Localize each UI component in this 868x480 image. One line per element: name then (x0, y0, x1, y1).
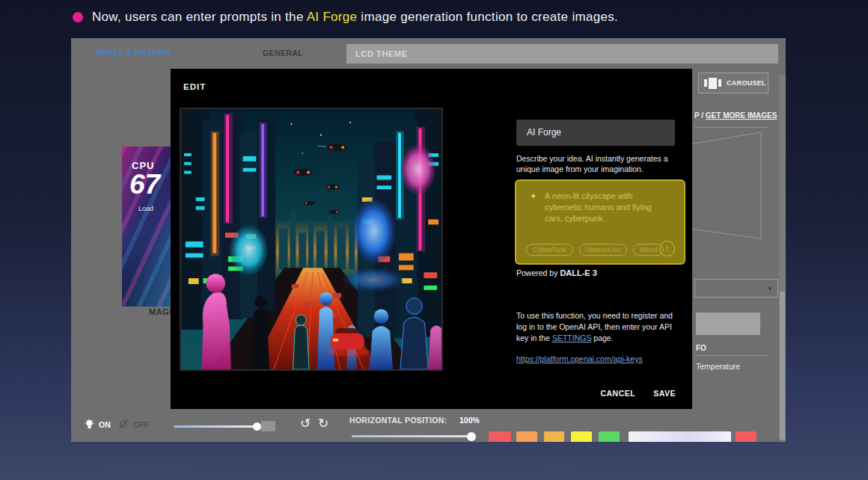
bullet-icon (73, 12, 83, 22)
load-label: Load (138, 205, 153, 212)
bulb-on-icon (85, 419, 94, 430)
color-swatch[interactable] (736, 431, 757, 442)
color-swatch[interactable] (571, 431, 592, 442)
scrollbar-thumb[interactable] (780, 292, 785, 440)
lcd-preview-card[interactable]: CPU 67 Load (122, 147, 171, 307)
lcd-on-toggle[interactable]: ON (85, 419, 111, 430)
info-label-fragment: FO (696, 344, 706, 352)
api-keys-link[interactable]: https://platform.openai.com/api-keys (516, 354, 643, 363)
slider-value-box[interactable] (261, 421, 275, 431)
color-swatch[interactable] (544, 431, 564, 442)
horizontal-position-slider[interactable] (352, 435, 472, 437)
scrollbar[interactable] (779, 75, 786, 442)
tag-cyberpunk[interactable]: CyberPunk (526, 244, 573, 256)
generate-button[interactable]: ↑ (659, 241, 675, 256)
settings-link[interactable]: SETTINGS (552, 333, 592, 342)
bulb-off-icon (118, 419, 129, 430)
engine-name: DALL-E 3 (560, 268, 597, 277)
right-panel-dropdown[interactable]: ▾ (694, 279, 778, 298)
callout-highlight: AI Forge (307, 10, 358, 24)
chevron-down-icon: ▾ (768, 285, 771, 292)
rotate-cw-icon[interactable]: ↻ (318, 416, 328, 431)
cancel-button[interactable]: CANCEL (600, 389, 635, 398)
horizontal-position-value: 100% (459, 416, 480, 425)
save-button[interactable]: SAVE (653, 389, 676, 398)
powered-by-label: Powered by DALL-E 3 (516, 268, 597, 277)
lcd-off-toggle[interactable]: OFF (118, 419, 149, 430)
color-swatch-gradient[interactable] (629, 431, 731, 442)
color-swatch[interactable] (516, 431, 537, 442)
prompt-text[interactable]: A neon-lit cityscape with cybernetic hum… (545, 191, 668, 224)
page: Now, users can enter prompts in the AI F… (0, 0, 868, 480)
cpu-load-value: 67 (129, 169, 160, 200)
horizontal-position-handle[interactable] (467, 432, 476, 441)
color-swatch[interactable] (489, 431, 511, 442)
tag-abstract-art[interactable]: Abstract Art (579, 244, 628, 256)
rotate-ccw-icon[interactable]: ↺ (300, 416, 311, 431)
edit-modal: EDIT (171, 69, 692, 409)
carousel-icon (704, 78, 721, 89)
ai-forge-description: Describe your idea. AI instantly generat… (516, 153, 679, 174)
prompt-input[interactable]: ✦ A neon-lit cityscape with cybernetic h… (515, 179, 685, 265)
screen-preview-wireframe (692, 119, 786, 253)
modal-title: EDIT (183, 82, 206, 91)
theme-name-input[interactable]: LCD THEME (346, 44, 778, 64)
brightness-slider[interactable] (174, 425, 257, 428)
send-arrow-icon: ↑ (665, 243, 670, 253)
api-notice: To use this function, you need to regist… (516, 310, 682, 344)
ai-forge-title: AI Forge (516, 120, 675, 146)
right-panel-button[interactable] (696, 313, 760, 335)
callout-text: Now, users can enter prompts in the AI F… (92, 10, 618, 25)
temperature-label: Temperature (696, 362, 740, 371)
back-arrow-icon: ← (82, 48, 91, 57)
brightness-slider-handle[interactable] (253, 422, 261, 431)
apply-return-button[interactable]: ← APPLY & RETURN (82, 48, 171, 57)
horizontal-position-label: HORIZONTAL POSITION: (349, 416, 447, 425)
color-swatch[interactable] (599, 431, 620, 442)
carousel-button[interactable]: CAROUSEL (698, 73, 768, 93)
divider (694, 355, 769, 356)
sparkle-icon: ✦ (530, 191, 537, 201)
callout: Now, users can enter prompts in the AI F… (73, 10, 618, 25)
ai-generated-image (180, 108, 443, 371)
